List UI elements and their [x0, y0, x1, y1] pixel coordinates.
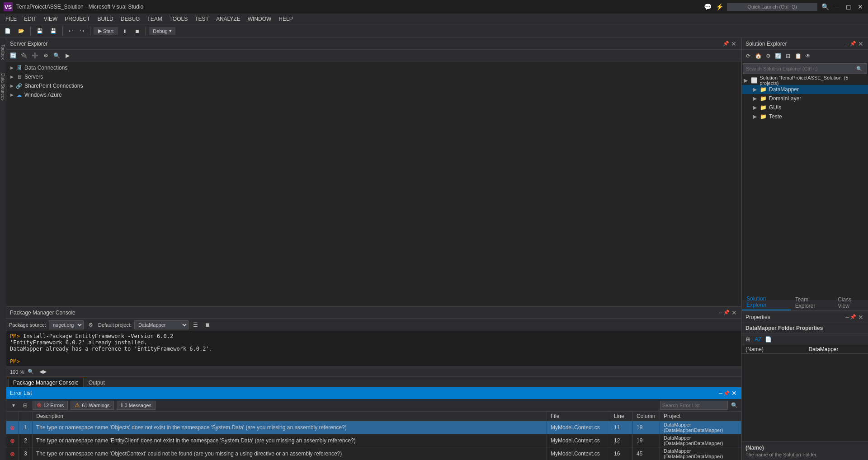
se-pin-icon[interactable]: 📌: [850, 41, 856, 47]
error-filter-toggle[interactable]: ▾: [9, 401, 18, 410]
undo-btn[interactable]: ↩: [66, 27, 75, 35]
messages-filter-btn[interactable]: ℹ 0 Messages: [117, 401, 156, 410]
error-search-input[interactable]: [660, 401, 728, 410]
settings-btn[interactable]: ⚙: [86, 320, 95, 329]
tree-item-sharepoint[interactable]: ▶ 🔗 SharePoint Connections: [6, 81, 741, 90]
save-btn[interactable]: 💾: [34, 27, 46, 35]
se-view-btn[interactable]: 👁: [803, 52, 812, 61]
tree-item-azure[interactable]: ▶ ☁ Windows Azure: [6, 90, 741, 99]
datamapper-folder-icon: 📁: [760, 86, 767, 93]
error-close-btn[interactable]: ✕: [731, 390, 738, 397]
debug-select[interactable]: Debug ▾: [149, 27, 175, 35]
tab-package-manager-console[interactable]: Package Manager Console: [8, 378, 84, 387]
se-home-btn[interactable]: 🏠: [754, 52, 763, 61]
pkg-pin-icon[interactable]: ─: [719, 310, 722, 315]
table-row[interactable]: ⊗ 2 The type or namespace name 'EntityCl…: [6, 434, 741, 447]
se-domainlayer-item[interactable]: ▶ 📁 DomainLayer: [742, 94, 868, 103]
props-min-icon[interactable]: ─: [845, 314, 849, 320]
server-explorer-pin-area: 📌 ✕: [723, 40, 737, 47]
props-pin-icon[interactable]: 📌: [850, 314, 856, 320]
tab-output[interactable]: Output: [84, 378, 110, 387]
table-row[interactable]: ⊗ 3 The type or namespace name 'ObjectCo…: [6, 447, 741, 460]
menu-debug[interactable]: DEBUG: [117, 15, 144, 23]
error-min-icon[interactable]: ─: [719, 390, 722, 396]
azure-icon: ☁: [15, 91, 23, 99]
open-btn[interactable]: 📂: [15, 27, 27, 35]
menu-tools[interactable]: TOOLS: [166, 15, 191, 23]
start-icon: ▶: [98, 28, 102, 34]
se-collapse-btn[interactable]: ⊟: [783, 52, 793, 61]
props-page-btn[interactable]: 📄: [764, 335, 773, 344]
se-props-btn[interactable]: 📋: [793, 52, 802, 61]
toolbox-label[interactable]: Toolbox: [0, 44, 5, 60]
menu-window[interactable]: WINDOW: [244, 15, 275, 23]
se-refresh-btn[interactable]: 🔄: [774, 52, 783, 61]
server-explorer-close-btn[interactable]: ✕: [730, 40, 737, 47]
tree-item-servers[interactable]: ▶ 🖥 Servers: [6, 72, 741, 81]
stop-btn[interactable]: ⏹: [132, 28, 142, 35]
add-connection-btn[interactable]: ➕: [30, 51, 40, 60]
props-btn[interactable]: ⚙: [41, 51, 51, 60]
pkg-dock-icon[interactable]: 📌: [723, 310, 730, 315]
new-project-btn[interactable]: 📄: [2, 27, 14, 35]
pin-icon[interactable]: 📌: [723, 41, 729, 47]
connect-btn[interactable]: 🔌: [19, 51, 29, 60]
save-all-btn[interactable]: 💾: [47, 27, 59, 35]
se-settings-btn[interactable]: ⚙: [764, 52, 773, 61]
se-solution-item[interactable]: ▶ ⬜ Solution 'TemaProiectASSE_Solution' …: [742, 76, 868, 85]
table-row[interactable]: ⊗ 1 The type or namespace name 'Objects'…: [6, 421, 741, 434]
data-connections-label: Data Connections: [24, 65, 67, 71]
se-sync-btn[interactable]: ⟳: [744, 52, 753, 61]
stop-console-btn[interactable]: ⏹: [203, 320, 212, 329]
scroll-arrows[interactable]: ◀▶: [39, 369, 47, 375]
pause-btn[interactable]: ⏸: [120, 28, 130, 35]
error-column-btn[interactable]: ⊟: [21, 401, 30, 410]
se-datamapper-item[interactable]: ▶ 📁 DataMapper: [742, 85, 868, 94]
menu-help[interactable]: HELP: [275, 15, 296, 23]
se-teste-item[interactable]: ▶ 📁 Teste: [742, 112, 868, 121]
menu-file[interactable]: FILE: [2, 15, 20, 23]
menu-build[interactable]: BUILD: [94, 15, 117, 23]
se-guis-item[interactable]: ▶ 📁 GUIs: [742, 103, 868, 112]
props-alphabetical-btn[interactable]: AZ: [754, 335, 763, 344]
row-column: 19: [633, 434, 660, 447]
clear-btn[interactable]: ☰: [191, 320, 200, 329]
menu-project[interactable]: PROJECT: [61, 15, 94, 23]
source-select[interactable]: nuget.org: [49, 320, 84, 329]
data-sources-label[interactable]: Data Sources: [0, 73, 5, 101]
se-min-icon[interactable]: ─: [845, 41, 849, 47]
filter-icon[interactable]: ⚡: [715, 3, 723, 11]
close-btn[interactable]: ✕: [856, 3, 864, 11]
tree-item-data-connections[interactable]: ▶ 🗄 Data Connections: [6, 63, 741, 72]
se-search-input[interactable]: [746, 66, 853, 71]
error-pin-icon[interactable]: 📌: [723, 390, 730, 396]
menu-test[interactable]: TEST: [191, 15, 212, 23]
row-file: MyModel.Context.cs: [547, 447, 610, 460]
menu-view[interactable]: VIEW: [40, 15, 61, 23]
menu-edit[interactable]: EDIT: [20, 15, 40, 23]
tab-class-view[interactable]: Class View: [833, 295, 868, 310]
menu-analyze[interactable]: ANALYZE: [212, 15, 244, 23]
quick-launch[interactable]: Quick Launch (Ctrl+Q): [727, 3, 817, 11]
se-close-btn[interactable]: ✕: [857, 40, 864, 47]
feedback-icon[interactable]: 💬: [703, 3, 712, 11]
errors-filter-btn[interactable]: ⊗ 12 Errors: [33, 401, 68, 410]
props-close-btn[interactable]: ✕: [857, 314, 864, 321]
pkg-close-btn[interactable]: ✕: [731, 309, 738, 316]
filter-btn[interactable]: 🔍: [52, 51, 61, 60]
refresh-btn[interactable]: 🔄: [8, 51, 18, 60]
tab-team-explorer[interactable]: Team Explorer: [791, 295, 833, 310]
start-btn[interactable]: ▶ Start: [94, 27, 118, 35]
search-icon[interactable]: 🔍: [821, 3, 829, 11]
se-search-icon[interactable]: 🔍: [855, 64, 864, 73]
restore-btn[interactable]: ◻: [844, 3, 853, 11]
default-project-select[interactable]: DataMapper: [134, 320, 189, 329]
props-categorized-btn[interactable]: ⊞: [744, 335, 753, 344]
warnings-filter-btn[interactable]: ⚠ 61 Warnings: [71, 401, 113, 410]
redo-btn[interactable]: ↪: [77, 27, 87, 35]
extra-btn[interactable]: ▶: [62, 51, 72, 60]
error-search-icon[interactable]: 🔍: [730, 401, 739, 410]
menu-team[interactable]: TEAM: [143, 15, 165, 23]
minimize-btn[interactable]: ─: [833, 3, 841, 11]
tab-solution-explorer[interactable]: Solution Explorer: [742, 294, 791, 310]
